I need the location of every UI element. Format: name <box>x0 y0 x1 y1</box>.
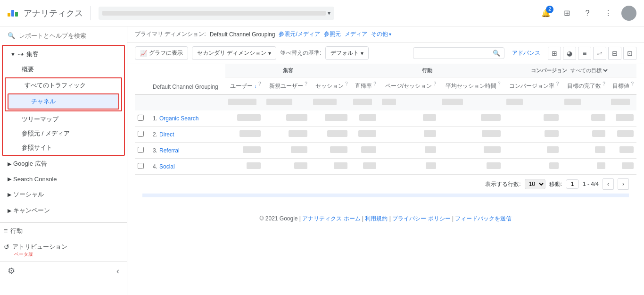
goal-value-help-icon[interactable]: ? <box>631 81 634 86</box>
sidebar-item-google-ads[interactable]: ▶ Google 広告 <box>0 156 127 172</box>
conversion-goal-select[interactable]: すべての目標 <box>569 67 609 74</box>
cell-blur <box>616 114 634 121</box>
pie-view-button[interactable]: ◕ <box>563 47 576 60</box>
dim-link-other[interactable]: その他 <box>371 30 388 38</box>
bounce-col-header[interactable]: 直帰率 ? <box>350 77 379 95</box>
sidebar-item-social[interactable]: ▶ ソーシャル <box>0 186 127 202</box>
users-col-header[interactable]: ユーザー ↓ ? <box>225 77 264 95</box>
page-input[interactable] <box>566 179 579 189</box>
channel-link[interactable]: Social <box>159 163 175 170</box>
header-actions: 🔔 2 ⊞ ? ⋮ <box>538 6 636 21</box>
sidebar-subitem-all-traffic[interactable]: すべてのトラフィック <box>6 78 121 93</box>
new-users-help-icon[interactable]: ? <box>305 81 307 86</box>
footer-link-feedback[interactable]: フィードバックを送信 <box>455 215 512 222</box>
dim-link-source[interactable]: 参照元 <box>324 30 341 38</box>
channel-link[interactable]: Direct <box>159 131 174 138</box>
goal-completions-col-header[interactable]: 目標の完了数 ? <box>561 77 608 95</box>
checkbox-col-header <box>135 64 150 94</box>
avatar[interactable] <box>621 6 636 21</box>
app-title: アナリティクス <box>24 8 83 19</box>
channel-label: チャネル <box>31 98 56 105</box>
row-checkbox[interactable] <box>138 163 144 169</box>
sidebar-item-label-search-console: Search Console <box>13 176 57 183</box>
summary-bounce-blur <box>353 99 372 105</box>
sidebar-subitem-referral-media[interactable]: 参照元 / メディア <box>3 126 124 141</box>
sidebar-subitem-referral-site[interactable]: 参照サイト <box>3 141 124 155</box>
channel-link[interactable]: Organic Search <box>159 115 198 122</box>
sort-dropdown-button[interactable]: デフォルト ▾ <box>325 46 369 60</box>
summary-avg-blur <box>442 99 463 105</box>
attribution-icon: ↺ <box>4 243 9 251</box>
more-button[interactable]: ⋮ <box>601 6 616 21</box>
sessions-col-header[interactable]: セッション ? <box>310 77 351 95</box>
secondary-dimension-button[interactable]: セカンダリ ディメンション ▾ <box>192 46 276 60</box>
table-search-input[interactable] <box>417 50 493 57</box>
sidebar-search-input[interactable] <box>19 32 119 39</box>
sidebar-item-acquisition[interactable]: ▼ ⇢ 集客 <box>3 46 124 62</box>
conversion-rate-col-header[interactable]: コンバージョン率 ? <box>504 77 562 95</box>
notification-button[interactable]: 🔔 2 <box>538 6 553 21</box>
conv-rate-help-icon[interactable]: ? <box>556 81 559 86</box>
advanced-link[interactable]: アドバンス <box>512 49 540 57</box>
lifetime-view-button[interactable]: ⊡ <box>623 47 636 60</box>
bar-view-button[interactable]: ≡ <box>578 47 591 60</box>
sort-label: 並べ替えの基準: <box>280 49 321 57</box>
table-search-area[interactable]: 🔍 <box>413 47 504 59</box>
sessions-help-icon[interactable]: ? <box>345 81 348 86</box>
sidebar-subitem-overview[interactable]: 概要 <box>3 62 124 76</box>
cell-blur <box>482 130 501 137</box>
footer-link-privacy[interactable]: プライバシー ポリシー <box>392 215 450 222</box>
show-graph-button[interactable]: 📈 グラフに表示 <box>135 46 188 60</box>
footer-link-home[interactable]: アナリティクス ホーム <box>302 215 360 222</box>
footer-link-terms[interactable]: 利用規約 <box>365 215 388 222</box>
sidebar-subitem-treemap[interactable]: ツリーマップ <box>3 112 124 126</box>
all-traffic-highlight: すべてのトラフィック チャネル <box>5 77 122 111</box>
goal-value-col-header[interactable]: 目標値 ? <box>608 77 636 95</box>
cell-blur <box>619 146 634 153</box>
new-users-col-header[interactable]: 新規ユーザー ? <box>264 77 310 95</box>
avg-session-help-icon[interactable]: ? <box>498 81 501 86</box>
row-checkbox[interactable] <box>138 147 144 153</box>
help-button[interactable]: ? <box>580 6 595 21</box>
cell-blur <box>243 146 261 153</box>
bounce-help-icon[interactable]: ? <box>373 81 376 86</box>
collapse-icon[interactable]: ‹ <box>116 266 119 276</box>
dim-link-source-medium[interactable]: 参照元/メディア <box>279 30 320 38</box>
apps-button[interactable]: ⊞ <box>559 6 574 21</box>
sidebar-search[interactable]: 🔍 <box>0 26 127 45</box>
row-checkbox[interactable] <box>138 131 144 137</box>
table-view-button[interactable]: ⊞ <box>548 47 561 60</box>
other-dim-dropdown[interactable]: その他 ▾ <box>371 30 391 38</box>
next-page-button[interactable]: › <box>618 178 629 190</box>
sidebar-item-attribution[interactable]: ↺ アトリビューション ベータ版 <box>0 239 127 261</box>
cell-blur <box>330 146 347 153</box>
users-help-icon[interactable]: ? <box>258 81 261 86</box>
cell-blur <box>617 130 634 137</box>
settings-icon[interactable]: ⚙ <box>8 266 15 276</box>
sidebar-subitem-channel[interactable]: チャネル <box>8 94 118 109</box>
cell-blur <box>289 130 307 137</box>
pivot-view-button[interactable]: ⊟ <box>608 47 621 60</box>
prev-page-button[interactable]: ‹ <box>603 178 614 190</box>
cell-blur <box>595 146 605 153</box>
cell-blur <box>237 114 261 121</box>
pages-session-col-header[interactable]: ページ/セッション ? <box>379 77 439 95</box>
dim-link-medium[interactable]: メディア <box>345 30 367 38</box>
row-checkbox[interactable] <box>138 115 144 121</box>
cell-blur <box>291 146 307 153</box>
account-selector[interactable]: ▾ <box>99 7 334 20</box>
pages-session-help-icon[interactable]: ? <box>433 81 436 86</box>
avg-session-col-header[interactable]: 平均セッション時間 ? <box>439 77 503 95</box>
comparison-view-button[interactable]: ⇌ <box>593 47 606 60</box>
goal-comp-help-icon[interactable]: ? <box>603 81 605 86</box>
cell-blur <box>239 130 261 137</box>
sidebar-item-behavior[interactable]: ≡ 行動 <box>0 223 127 239</box>
sidebar-item-label-google-ads: Google 広告 <box>13 160 47 168</box>
table-search-icon[interactable]: 🔍 <box>493 50 500 57</box>
rows-per-page-select[interactable]: 10 <box>525 179 545 189</box>
google-ads-arrow-icon: ▶ <box>8 161 11 167</box>
sidebar-item-search-console[interactable]: ▶ Search Console <box>0 172 127 186</box>
summary-new-users-blur <box>266 99 292 105</box>
channel-link[interactable]: Referral <box>159 147 180 154</box>
sidebar-item-campaign[interactable]: ▶ キャンペーン <box>0 202 127 219</box>
